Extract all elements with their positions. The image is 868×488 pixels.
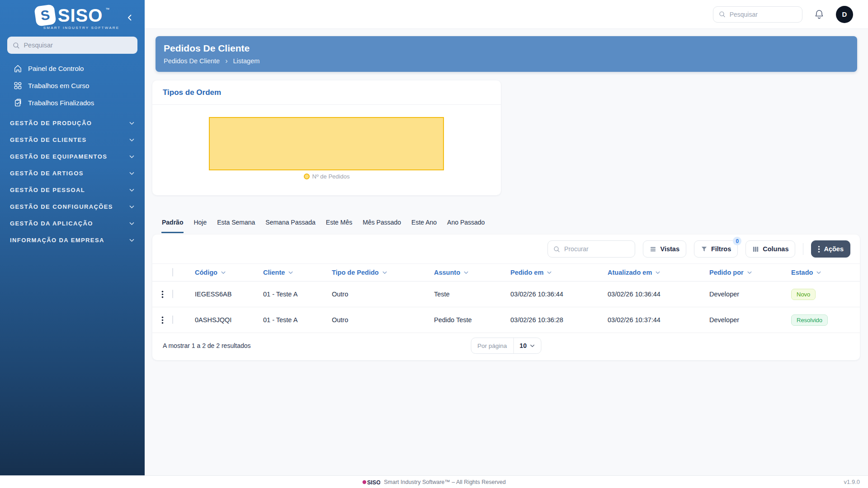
breadcrumb-separator-icon: ›	[225, 57, 227, 65]
column-label: Assunto	[434, 269, 460, 276]
acoes-button[interactable]: Ações	[811, 240, 850, 258]
column-header-cliente[interactable]: Cliente	[260, 269, 329, 276]
cell-pedido-por: Developer	[707, 316, 788, 324]
cell-cliente: 01 - Teste A	[260, 316, 329, 324]
table-row[interactable]: IEGESS6AB 01 - Teste A Outro Teste 03/02…	[152, 282, 860, 307]
column-header-tipo-de-pedido[interactable]: Tipo de Pedido	[329, 269, 431, 276]
app-footer: SISO Smart Industry Software™ – All Righ…	[0, 475, 868, 488]
cell-pedido-por: Developer	[707, 291, 788, 298]
sidebar-item-label: Trabalhos Finalizados	[28, 99, 94, 107]
status-badge: Resolvido	[791, 314, 828, 326]
chevron-down-icon	[655, 270, 660, 275]
legend-label: Nº de Pedidos	[312, 173, 350, 180]
row-checkbox[interactable]	[172, 315, 173, 324]
logo-trademark: ™	[105, 7, 109, 12]
column-label: Tipo de Pedido	[332, 269, 379, 276]
sidebar-section-gestao-de-producao[interactable]: GESTÃO DE PRODUÇÃO	[0, 115, 145, 131]
legend-dot-icon	[304, 174, 310, 179]
column-header-pedido-em[interactable]: Pedido em	[508, 269, 605, 276]
kebab-menu-icon	[818, 245, 820, 253]
sidebar-item-trabalhos-em-curso[interactable]: Trabalhos em Curso	[0, 77, 145, 94]
list-icon	[650, 246, 656, 253]
breadcrumb-current: Listagem	[233, 57, 259, 65]
status-badge: Novo	[791, 289, 816, 300]
filtros-label: Filtros	[711, 245, 731, 253]
user-avatar[interactable]: D	[836, 6, 853, 23]
sidebar-section-informacao-da-empresa[interactable]: INFORMAÇÃO DA EMPRESA	[0, 232, 145, 249]
chevron-down-icon	[129, 154, 135, 160]
sidebar-section-gestao-de-pessoal[interactable]: GESTÃO DE PESSOAL	[0, 182, 145, 198]
kebab-menu-icon	[161, 316, 164, 324]
tab-este-mes[interactable]: Este Mês	[326, 217, 353, 233]
section-label: GESTÃO DE PRODUÇÃO	[10, 120, 92, 127]
sidebar-section-gestao-de-configuracoes[interactable]: GESTÃO DE CONFIGURAÇÕES	[0, 198, 145, 215]
tab-semana-passada[interactable]: Semana Passada	[265, 217, 316, 233]
chart-bar	[209, 117, 444, 170]
chart-legend-item[interactable]: Nº de Pedidos	[152, 173, 501, 180]
toolbar-divider	[803, 243, 803, 255]
row-checkbox[interactable]	[172, 290, 173, 298]
search-icon	[553, 245, 560, 253]
per-page-select[interactable]: 10	[513, 338, 541, 353]
cell-assunto: Pedido Teste	[431, 316, 508, 324]
per-page-label: Por página	[471, 343, 513, 349]
table-header-row: Código Cliente Tipo de Pedido Assunto Pe…	[152, 263, 860, 282]
chevron-down-icon	[288, 270, 293, 275]
tab-este-ano[interactable]: Este Ano	[411, 217, 437, 233]
tab-padrao[interactable]: Padrão	[161, 217, 184, 233]
column-header-assunto[interactable]: Assunto	[431, 269, 508, 276]
filtros-count-badge: 0	[733, 237, 741, 245]
column-label: Código	[195, 269, 217, 276]
logo-brand-text: SISO	[58, 5, 103, 25]
vistas-button[interactable]: Vistas	[643, 240, 686, 258]
sidebar-collapse-button[interactable]	[122, 10, 137, 25]
cell-assunto: Teste	[431, 291, 508, 298]
chevron-down-icon	[463, 270, 469, 275]
filtros-button[interactable]: Filtros 0	[694, 240, 738, 258]
row-actions-kebab[interactable]	[152, 307, 172, 333]
cell-codigo: 0ASHSJQQI	[192, 316, 260, 324]
sidebar-section-gestao-da-aplicacao[interactable]: GESTÃO DA APLICAÇÃO	[0, 215, 145, 232]
chevron-down-icon	[530, 343, 535, 348]
column-label: Cliente	[263, 269, 285, 276]
table-search-input[interactable]	[564, 245, 629, 253]
table-row[interactable]: 0ASHSJQQI 01 - Teste A Outro Pedido Test…	[152, 307, 860, 333]
cell-tipo-pedido: Outro	[329, 316, 431, 324]
select-all-checkbox[interactable]	[172, 268, 173, 277]
sidebar-item-trabalhos-finalizados[interactable]: Trabalhos Finalizados	[0, 94, 145, 111]
per-page-value: 10	[519, 342, 527, 349]
sidebar-section-gestao-de-clientes[interactable]: GESTÃO DE CLIENTES	[0, 131, 145, 148]
tab-ano-passado[interactable]: Ano Passado	[447, 217, 485, 233]
sidebar-section-gestao-de-equipamentos[interactable]: GESTÃO DE EQUIPAMENTOS	[0, 148, 145, 165]
chevron-down-icon	[129, 221, 135, 226]
column-header-atualizado-em[interactable]: Atualizado em	[605, 269, 707, 276]
section-label: GESTÃO DE EQUIPAMENTOS	[10, 153, 107, 160]
tab-mes-passado[interactable]: Mês Passado	[362, 217, 401, 233]
chevron-down-icon	[547, 270, 552, 275]
chevron-down-icon	[816, 270, 821, 275]
chevron-down-icon	[129, 137, 135, 143]
sidebar-item-painel-de-controlo[interactable]: Painel de Controlo	[0, 60, 145, 77]
section-label: GESTÃO DE CLIENTES	[10, 136, 87, 143]
notifications-bell-icon[interactable]	[814, 9, 825, 20]
copyright-text: Smart Industry Software™ – All Rights Re…	[384, 479, 506, 485]
tab-esta-semana[interactable]: Esta Semana	[217, 217, 255, 233]
column-header-estado[interactable]: Estado	[788, 269, 860, 276]
column-header-pedido-por[interactable]: Pedido por	[707, 269, 788, 276]
search-icon	[13, 42, 19, 49]
sidebar-search-input[interactable]	[24, 42, 132, 49]
sidebar-section-gestao-de-artigos[interactable]: GESTÃO DE ARTIGOS	[0, 165, 145, 182]
siso-logo-icon: S	[34, 4, 57, 27]
tab-hoje[interactable]: Hoje	[193, 217, 207, 233]
page-title: Pedidos De Cliente	[164, 43, 857, 54]
row-actions-kebab[interactable]	[152, 282, 172, 307]
sidebar-item-label: Trabalhos em Curso	[28, 82, 89, 89]
chevron-down-icon	[129, 237, 135, 243]
search-icon	[719, 10, 726, 18]
global-search-input[interactable]	[730, 11, 797, 18]
column-header-codigo[interactable]: Código	[192, 269, 260, 276]
chevron-down-icon	[129, 204, 135, 210]
colunas-button[interactable]: Colunas	[745, 240, 795, 258]
breadcrumb-parent[interactable]: Pedidos De Cliente	[164, 57, 220, 65]
cell-cliente: 01 - Teste A	[260, 291, 329, 298]
